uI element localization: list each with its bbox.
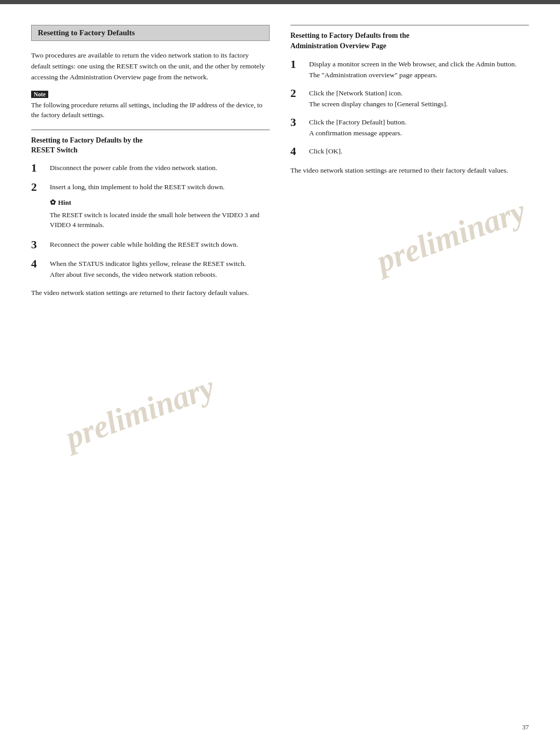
right-step-number-2: 2	[290, 87, 305, 100]
left-step-2: 2 Insert a long, thin implement to hold …	[31, 182, 270, 232]
step-number-2: 2	[31, 180, 46, 194]
step-number-3: 3	[31, 238, 46, 251]
step-content-1: Disconnect the power cable from the vide…	[50, 163, 270, 174]
step-number-4: 4	[31, 257, 46, 271]
right-step-4: 4 Click [OK].	[290, 146, 529, 158]
left-subsection-title: Resetting to Factory Defaults by the RES…	[31, 135, 270, 156]
right-subsection-title: Resetting to Factory Defaults from the A…	[290, 25, 529, 51]
right-step-content-2: Click the [Network Station] icon. The sc…	[309, 88, 529, 110]
right-step-content-1: Display a monitor screen in the Web brow…	[309, 59, 529, 81]
left-column: Resetting to Factory Defaults Two proced…	[31, 25, 270, 299]
left-step-3: 3 Reconnect the power cable while holdin…	[31, 239, 270, 251]
right-steps-list: 1 Display a monitor screen in the Web br…	[290, 59, 529, 158]
right-step-1: 1 Display a monitor screen in the Web br…	[290, 59, 529, 81]
subsection-divider	[31, 130, 270, 130]
intro-text: Two procedures are available to return t…	[31, 50, 270, 83]
page-container: Resetting to Factory Defaults Two proced…	[0, 0, 560, 747]
page-number: 37	[522, 723, 529, 731]
right-step-number-1: 1	[290, 58, 305, 71]
right-step-3: 3 Click the [Factory Default] button. A …	[290, 117, 529, 139]
left-step-4: 4 When the STATUS indicator lights yello…	[31, 259, 270, 280]
right-column: Resetting to Factory Defaults from the A…	[290, 25, 529, 299]
step-content-3: Reconnect the power cable while holding …	[50, 239, 270, 250]
watermark-right: preliminary	[372, 192, 530, 280]
step-content-4: When the STATUS indicator lights yellow,…	[50, 259, 270, 280]
top-bar	[0, 0, 560, 4]
right-step-content-4: Click [OK].	[309, 146, 529, 157]
note-text: The following procedure returns all sett…	[31, 100, 270, 120]
hint-text: The RESET switch is located inside the s…	[50, 210, 270, 230]
right-closing-text: The video network station settings are r…	[290, 165, 529, 176]
hint-icon: ✿	[50, 197, 56, 208]
note-box: Note The following procedure returns all…	[31, 90, 270, 120]
right-step-content-3: Click the [Factory Default] button. A co…	[309, 117, 529, 139]
right-step-number-4: 4	[290, 145, 305, 158]
left-step-1: 1 Disconnect the power cable from the vi…	[31, 163, 270, 175]
left-closing-text: The video network station settings are r…	[31, 288, 270, 299]
content-area: Resetting to Factory Defaults Two proced…	[0, 4, 560, 330]
main-title: Resetting to Factory Defaults	[31, 25, 270, 41]
step-number-1: 1	[31, 161, 46, 175]
hint-box: ✿ Hint The RESET switch is located insid…	[50, 197, 270, 230]
note-label: Note	[31, 91, 48, 98]
watermark-left: preliminary	[61, 369, 219, 456]
left-steps-list: 1 Disconnect the power cable from the vi…	[31, 163, 270, 280]
step-content-2: Insert a long, thin implement to hold th…	[50, 182, 270, 232]
hint-label: ✿ Hint	[50, 197, 270, 208]
right-step-2: 2 Click the [Network Station] icon. The …	[290, 88, 529, 110]
right-step-number-3: 3	[290, 116, 305, 129]
